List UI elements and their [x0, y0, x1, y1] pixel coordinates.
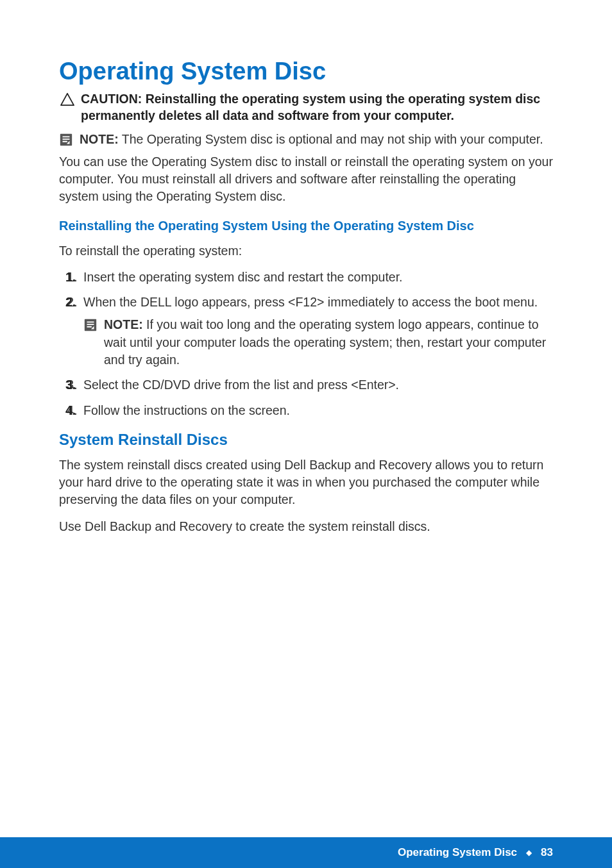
caution-label: CAUTION:: [81, 92, 142, 106]
steps-list: Insert the operating system disc and res…: [59, 269, 553, 419]
nested-note-callout: NOTE: If you wait too long and the opera…: [83, 316, 553, 369]
page-content: Operating System Disc CAUTION: Reinstall…: [0, 0, 612, 535]
subheading-reinstall: Reinstalling the Operating System Using …: [59, 217, 553, 235]
note-body: If you wait too long and the operating s…: [104, 317, 546, 367]
note-label: NOTE:: [104, 317, 143, 331]
note-label: NOTE:: [80, 132, 119, 146]
footer-bar: Operating System Disc ◆ 83: [0, 837, 612, 868]
note-icon: [83, 318, 99, 337]
note-body: The Operating System disc is optional an…: [122, 132, 543, 146]
footer-separator-icon: ◆: [526, 848, 532, 857]
list-item: Select the CD/DVD drive from the list an…: [81, 376, 553, 394]
list-item: When the DELL logo appears, press <F12> …: [81, 294, 553, 369]
note-callout-1: NOTE: The Operating System disc is optio…: [59, 131, 553, 149]
section2-para1: The system reinstall discs created using…: [59, 456, 553, 509]
list-item: Follow the instructions on the screen.: [81, 402, 553, 419]
step-text: When the DELL logo appears, press <F12> …: [83, 295, 538, 309]
step-text: Select the CD/DVD drive from the list an…: [83, 378, 399, 392]
intro-paragraph: You can use the Operating System disc to…: [59, 153, 553, 206]
note-text-1: NOTE: The Operating System disc is optio…: [74, 131, 543, 148]
caution-body: Reinstalling the operating system using …: [81, 92, 540, 122]
reinstall-intro: To reinstall the operating system:: [59, 242, 553, 260]
section2-para2: Use Dell Backup and Recovery to create t…: [59, 518, 553, 535]
section-heading-system-reinstall: System Reinstall Discs: [59, 431, 553, 449]
step-text: Follow the instructions on the screen.: [83, 403, 290, 417]
footer-title: Operating System Disc: [398, 846, 517, 859]
caution-icon: [60, 93, 76, 108]
caution-text: CAUTION: Reinstalling the operating syst…: [76, 90, 553, 124]
list-item: Insert the operating system disc and res…: [81, 269, 553, 286]
note-icon: [59, 133, 74, 149]
step-text: Insert the operating system disc and res…: [83, 270, 403, 284]
footer-page-number: 83: [541, 846, 553, 859]
page-title: Operating System Disc: [59, 58, 553, 85]
nested-note-text: NOTE: If you wait too long and the opera…: [99, 316, 553, 369]
caution-callout: CAUTION: Reinstalling the operating syst…: [59, 90, 553, 124]
